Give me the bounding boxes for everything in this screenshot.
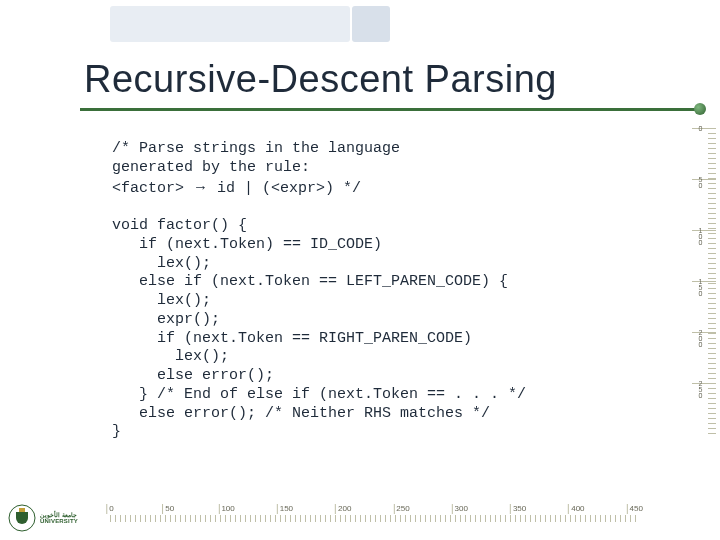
ruler-label: 50	[697, 176, 704, 188]
code-comment: <factor> → id | (<expr>) */	[112, 180, 361, 197]
ruler-label: 150	[697, 278, 704, 296]
ruler-label: 200	[335, 504, 351, 514]
horizontal-ruler-ticks	[110, 515, 640, 522]
ruler-label: 50	[162, 504, 174, 514]
code-line: lex();	[112, 348, 229, 365]
horizontal-ruler: 0 50 100 150 200 250 300 350 400 450	[110, 502, 640, 522]
code-line: }	[112, 423, 121, 440]
slide-title: Recursive-Descent Parsing	[84, 58, 557, 101]
code-line: if (next.Token == RIGHT_PAREN_CODE)	[112, 330, 472, 347]
code-line: } /* End of else if (next.Token == . . .…	[112, 386, 526, 403]
crest-icon	[8, 504, 36, 532]
ruler-label: 100	[218, 504, 234, 514]
logo-text-english: UNIVERSITY	[40, 518, 78, 524]
svg-rect-1	[19, 508, 25, 512]
code-line: lex();	[112, 255, 211, 272]
ruler-label: 450	[627, 504, 643, 514]
code-line: void factor() {	[112, 217, 247, 234]
title-bullet-icon	[694, 103, 706, 115]
title-underline	[80, 108, 700, 111]
code-line: if (next.Token) == ID_CODE)	[112, 236, 382, 253]
ruler-label: 250	[393, 504, 409, 514]
ruler-label: 300	[452, 504, 468, 514]
slide: Recursive-Descent Parsing /* Parse strin…	[0, 0, 720, 540]
ruler-label: 100	[697, 227, 704, 245]
ruler-label: 200	[697, 329, 704, 347]
header-accent-bar	[110, 6, 350, 42]
ruler-label: 250	[697, 380, 704, 398]
code-line: else error();	[112, 367, 274, 384]
ruler-label: 0	[697, 125, 704, 131]
ruler-label: 0	[106, 504, 113, 514]
university-logo: جامعة الأخوين UNIVERSITY	[8, 504, 78, 532]
code-block: /* Parse strings in the language generat…	[112, 140, 526, 442]
vertical-ruler: 0 50 100 150 200 250	[692, 128, 716, 438]
ruler-label: 150	[277, 504, 293, 514]
code-line: else if (next.Token == LEFT_PAREN_CODE) …	[112, 273, 508, 290]
code-comment: /* Parse strings in the language	[112, 140, 400, 157]
code-line: expr();	[112, 311, 220, 328]
code-comment: generated by the rule:	[112, 159, 310, 176]
arrow-icon: →	[193, 178, 208, 195]
ruler-label: 400	[568, 504, 584, 514]
code-line: lex();	[112, 292, 211, 309]
ruler-label: 350	[510, 504, 526, 514]
code-line: else error(); /* Neither RHS matches */	[112, 405, 490, 422]
